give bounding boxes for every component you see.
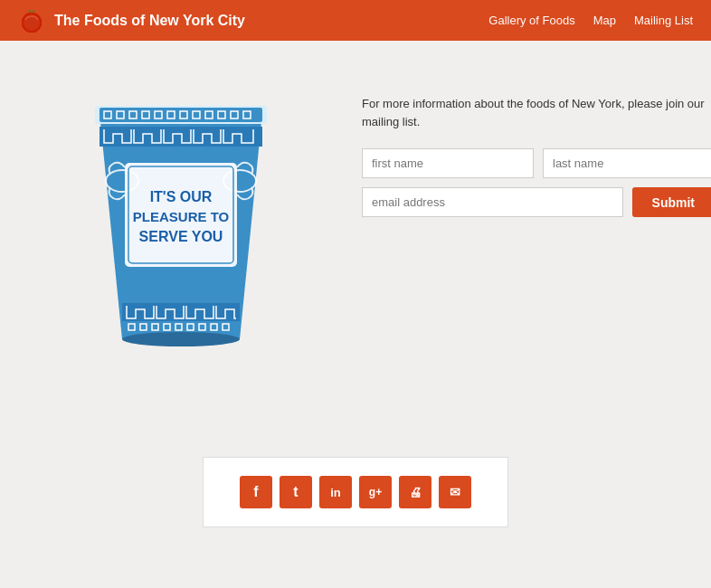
mailing-list-form: For more information about the foods of …	[362, 77, 711, 226]
svg-text:SERVE YOU: SERVE YOU	[139, 229, 223, 244]
last-name-input[interactable]	[543, 148, 711, 178]
site-logo-icon	[18, 7, 45, 34]
main-nav: Gallery of Foods Map Mailing List	[488, 14, 693, 27]
email-input[interactable]	[362, 187, 623, 217]
nav-map[interactable]: Map	[593, 14, 616, 27]
site-header: The Foods of New York City Gallery of Fo…	[0, 0, 711, 41]
googleplus-icon[interactable]: g+	[359, 476, 392, 508]
header-left: The Foods of New York City	[18, 7, 245, 34]
nav-mailing-list[interactable]: Mailing List	[634, 14, 693, 27]
twitter-icon[interactable]: t	[280, 476, 312, 508]
form-description: For more information about the foods of …	[362, 95, 711, 130]
print-icon[interactable]: 🖨	[399, 476, 431, 508]
linkedin-icon[interactable]: in	[319, 476, 352, 508]
svg-text:PLEASURE TO: PLEASURE TO	[133, 209, 230, 224]
submit-button[interactable]: Submit	[632, 187, 711, 217]
cup-illustration: IT'S OUR PLEASURE TO SERVE YOU	[54, 77, 308, 366]
svg-point-37	[122, 332, 240, 346]
email-row: Submit	[362, 187, 711, 217]
site-title: The Foods of New York City	[54, 13, 245, 29]
social-bar: f t in g+ 🖨 ✉	[0, 457, 711, 527]
social-box: f t in g+ 🖨 ✉	[203, 457, 508, 527]
main-content: IT'S OUR PLEASURE TO SERVE YOU	[0, 41, 711, 403]
nav-gallery[interactable]: Gallery of Foods	[488, 14, 574, 27]
facebook-icon[interactable]: f	[240, 476, 272, 508]
svg-text:IT'S OUR: IT'S OUR	[150, 189, 213, 204]
greek-cup-svg: IT'S OUR PLEASURE TO SERVE YOU	[72, 77, 289, 366]
name-row	[362, 148, 711, 178]
first-name-input[interactable]	[362, 148, 534, 178]
email-icon[interactable]: ✉	[439, 476, 471, 508]
